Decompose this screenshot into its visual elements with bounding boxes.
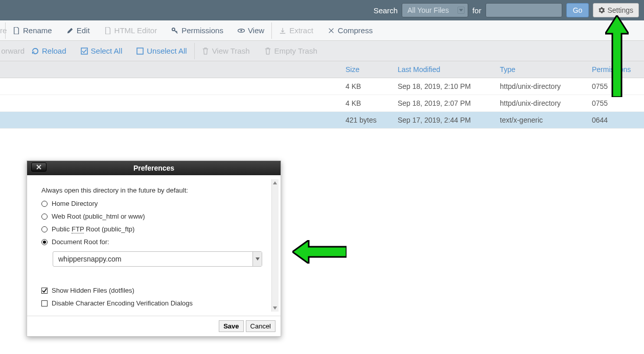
reload-button[interactable]: Reload	[25, 41, 74, 61]
radio-icon	[41, 201, 48, 207]
modal-body: Always open this directory in the future…	[27, 175, 281, 316]
svg-point-1	[240, 30, 242, 32]
reload-icon	[32, 48, 39, 55]
view-trash-button[interactable]: View Trash	[195, 41, 257, 61]
forward-cutoff-text: orward	[0, 41, 25, 61]
trash-icon	[202, 48, 209, 55]
extract-icon	[279, 27, 286, 34]
cell-modified: Sep 18, 2019, 2:07 PM	[394, 99, 496, 107]
search-scope-select[interactable]: All Your Files	[402, 3, 468, 17]
empty-trash-button[interactable]: Empty Trash	[257, 41, 325, 61]
header-type[interactable]: Type	[496, 65, 588, 74]
unselect-all-button[interactable]: Unselect All	[129, 41, 194, 61]
compress-label: Compress	[338, 26, 373, 35]
checkbox-icon	[41, 288, 48, 294]
settings-button-label: Settings	[607, 6, 633, 14]
checkbox-checked-icon	[81, 48, 88, 55]
modal-titlebar[interactable]: Preferences	[27, 161, 281, 175]
cell-perms: 0644	[588, 116, 644, 124]
file-icon	[13, 27, 20, 34]
html-editor-button: HTML Editor	[97, 20, 165, 40]
chevron-down-icon	[252, 252, 262, 266]
header-size[interactable]: Size	[341, 65, 394, 74]
toolbar-cutoff-text: re	[0, 20, 5, 40]
go-button[interactable]: Go	[566, 3, 589, 17]
scrollbar[interactable]	[271, 179, 279, 312]
modal-title: Preferences	[133, 164, 174, 172]
file-table: Size Last Modified Type Permissions 4 KB…	[0, 61, 644, 129]
scroll-down-icon[interactable]	[271, 304, 279, 312]
svg-rect-2	[81, 48, 87, 54]
intro-text: Always open this directory in the future…	[41, 186, 266, 194]
radio-webroot-label: Web Root (public_html or www)	[52, 213, 145, 220]
extract-label: Extract	[289, 26, 313, 35]
unselect-all-label: Unselect All	[147, 46, 187, 55]
gear-icon	[599, 7, 605, 13]
preferences-modal: Preferences Always open this directory i…	[27, 160, 281, 337]
reload-label: Reload	[42, 46, 66, 55]
cell-modified: Sep 17, 2019, 2:44 PM	[394, 116, 496, 124]
rename-button[interactable]: Rename	[6, 20, 59, 40]
edit-button[interactable]: Edit	[59, 20, 97, 40]
cell-size: 421 bytes	[341, 116, 394, 124]
annotation-arrow-up-icon	[605, 15, 629, 97]
annotation-arrow-left-icon	[292, 240, 347, 264]
for-label: for	[472, 6, 481, 15]
empty-trash-label: Empty Trash	[274, 46, 317, 55]
radio-ftp-label: Public FTP Root (public_ftp)	[52, 225, 134, 233]
radio-docroot-label: Document Root for:	[52, 238, 109, 246]
radio-icon	[41, 214, 48, 220]
permissions-label: Permissions	[181, 26, 223, 35]
extract-button: Extract	[272, 20, 320, 40]
select-all-button[interactable]: Select All	[74, 41, 130, 61]
code-file-icon	[104, 27, 111, 34]
domain-select[interactable]: whippersnappy.com	[53, 251, 262, 267]
checkbox-icon	[41, 300, 48, 306]
key-icon	[171, 27, 178, 34]
radio-ftp[interactable]: Public FTP Root (public_ftp)	[41, 223, 266, 235]
radio-icon	[41, 239, 48, 245]
cancel-button[interactable]: Cancel	[246, 320, 275, 332]
checkbox-show-hidden[interactable]: Show Hidden Files (dotfiles)	[41, 284, 266, 297]
cell-size: 4 KB	[341, 82, 394, 90]
cell-modified: Sep 18, 2019, 2:10 PM	[394, 82, 496, 90]
modal-footer: Save Cancel	[27, 316, 281, 336]
table-row[interactable]: 4 KB Sep 18, 2019, 2:10 PM httpd/unix-di…	[0, 78, 644, 95]
eye-icon	[238, 27, 245, 34]
rename-label: Rename	[23, 26, 52, 35]
view-button[interactable]: View	[231, 20, 271, 40]
close-button[interactable]	[31, 162, 47, 172]
scroll-up-icon[interactable]	[271, 179, 279, 186]
cell-type: httpd/unix-directory	[496, 99, 588, 107]
edit-label: Edit	[77, 26, 90, 35]
radio-home[interactable]: Home Directory	[41, 197, 266, 210]
toolbar-primary: re Rename Edit HTML Editor Permissions V…	[0, 20, 644, 41]
table-row[interactable]: 4 KB Sep 18, 2019, 2:07 PM httpd/unix-di…	[0, 95, 644, 112]
header-modified[interactable]: Last Modified	[394, 65, 496, 74]
view-label: View	[248, 26, 264, 35]
checkbox-disable-encoding-label: Disable Character Encoding Verification …	[52, 299, 193, 307]
search-label: Search	[374, 6, 398, 15]
radio-docroot[interactable]: Document Root for:	[41, 235, 266, 248]
checkbox-disable-encoding[interactable]: Disable Character Encoding Verification …	[41, 297, 266, 310]
html-editor-label: HTML Editor	[114, 26, 157, 35]
radio-home-label: Home Directory	[52, 200, 98, 207]
view-trash-label: View Trash	[212, 46, 250, 55]
cell-perms: 0755	[588, 99, 644, 107]
checkbox-empty-icon	[136, 48, 144, 55]
cell-type: text/x-generic	[496, 116, 588, 124]
radio-webroot[interactable]: Web Root (public_html or www)	[41, 210, 266, 223]
radio-icon	[41, 226, 48, 232]
toolbar-secondary: orward Reload Select All Unselect All Vi…	[0, 41, 644, 61]
permissions-button[interactable]: Permissions	[164, 20, 231, 40]
topbar: Search All Your Files for Go Settings	[0, 0, 644, 20]
close-icon	[36, 164, 41, 170]
search-scope-value: All Your Files	[407, 6, 449, 14]
domain-select-value: whippersnappy.com	[58, 255, 121, 263]
compress-button[interactable]: Compress	[320, 20, 380, 40]
compress-icon	[328, 27, 335, 34]
save-button[interactable]: Save	[219, 320, 243, 332]
search-input[interactable]	[486, 3, 562, 17]
chevron-down-icon	[457, 7, 465, 14]
table-row[interactable]: 421 bytes Sep 17, 2019, 2:44 PM text/x-g…	[0, 112, 644, 129]
